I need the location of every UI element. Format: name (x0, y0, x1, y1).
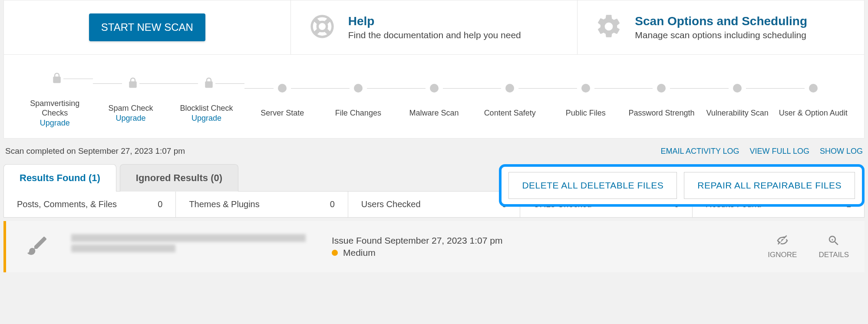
stat-cell: Users Checked0 (348, 192, 520, 217)
lock-icon (48, 70, 62, 87)
step-label: Spamvertising Checks (17, 99, 93, 118)
details-label: DETAILS (818, 251, 849, 259)
step-label: Vulnerability Scan (706, 109, 768, 118)
brush-icon (25, 234, 50, 260)
help-subtitle: Find the documentation and help you need (348, 30, 521, 40)
step-dot-icon (430, 84, 439, 93)
step-dot-icon (809, 84, 818, 93)
help-section[interactable]: Help Find the documentation and help you… (291, 0, 578, 54)
progress-step: Spam CheckUpgrade (93, 73, 169, 123)
step-label: Server State (261, 109, 304, 118)
step-dot-icon (733, 84, 742, 93)
progress-step: Vulnerability Scan (700, 77, 776, 118)
step-label: Public Files (566, 109, 606, 118)
stat-label: Themes & Plugins (189, 199, 259, 209)
lock-icon (200, 75, 214, 92)
delete-all-deletable-button[interactable]: DELETE ALL DELETABLE FILES (508, 172, 677, 199)
progress-step: Public Files (548, 77, 624, 118)
step-label: User & Option Audit (779, 109, 848, 118)
severity-label: Medium (343, 248, 376, 258)
ignore-label: IGNORE (768, 251, 797, 259)
step-dot-icon (354, 84, 363, 93)
step-label: Malware Scan (409, 109, 459, 118)
step-label: Spam Check (108, 104, 153, 113)
progress-step: Content Safety (472, 77, 548, 118)
step-dot-icon (505, 84, 514, 93)
upgrade-link[interactable]: Upgrade (40, 119, 70, 128)
lifebuoy-icon (308, 13, 336, 42)
progress-steps-panel: Spamvertising ChecksUpgradeSpam CheckUpg… (3, 55, 865, 139)
show-log-link[interactable]: SHOW LOG (820, 147, 863, 156)
step-dot-icon (657, 84, 666, 93)
repair-all-repairable-button[interactable]: REPAIR ALL REPAIRABLE FILES (684, 172, 855, 199)
stat-cell: Themes & Plugins0 (176, 192, 348, 217)
issue-row: Issue Found September 27, 2023 1:07 pm M… (3, 221, 865, 272)
options-title: Scan Options and Scheduling (635, 14, 807, 28)
stat-label: Users Checked (361, 199, 421, 209)
eye-off-icon (775, 234, 790, 247)
gear-icon (595, 13, 623, 42)
status-row: Scan completed on September 27, 2023 1:0… (3, 139, 865, 159)
progress-step: User & Option Audit (775, 77, 851, 118)
stat-label: Posts, Comments, & Files (17, 199, 117, 209)
step-label: Content Safety (484, 109, 536, 118)
severity-dot-icon (332, 250, 338, 256)
stat-cell: Posts, Comments, & Files0 (4, 192, 176, 217)
tab-results-found[interactable]: Results Found (1) (3, 164, 116, 192)
details-button[interactable]: DETAILS (818, 234, 849, 259)
progress-step: Spamvertising ChecksUpgrade (17, 68, 93, 128)
stat-value: 0 (158, 199, 162, 209)
ignore-button[interactable]: IGNORE (768, 234, 797, 259)
step-dot-icon (278, 84, 287, 93)
tab-ignored-results[interactable]: Ignored Results (0) (120, 164, 238, 192)
progress-step: Malware Scan (396, 77, 472, 118)
bulk-actions-highlight: DELETE ALL DELETABLE FILES REPAIR ALL RE… (499, 164, 865, 207)
start-new-scan-button[interactable]: START NEW SCAN (89, 13, 205, 41)
lock-icon (124, 75, 138, 92)
view-full-log-link[interactable]: VIEW FULL LOG (750, 147, 809, 156)
help-title: Help (348, 14, 521, 28)
email-activity-log-link[interactable]: EMAIL ACTIVITY LOG (661, 147, 739, 156)
issue-found-timestamp: Issue Found September 27, 2023 1:07 pm (332, 235, 768, 246)
progress-step: Password Strength (624, 77, 700, 118)
upgrade-link[interactable]: Upgrade (191, 114, 221, 123)
step-label: Password Strength (628, 109, 694, 118)
progress-step: File Changes (320, 77, 396, 118)
issue-title-redacted (71, 231, 314, 262)
step-label: File Changes (335, 109, 381, 118)
scan-options-section[interactable]: Scan Options and Scheduling Manage scan … (578, 0, 864, 54)
stat-value: 0 (330, 199, 335, 209)
top-panel: START NEW SCAN Help Find the documentati… (3, 0, 865, 55)
progress-step: Server State (244, 77, 320, 118)
upgrade-link[interactable]: Upgrade (116, 114, 145, 123)
step-dot-icon (581, 84, 590, 93)
progress-step: Blocklist CheckUpgrade (168, 73, 244, 123)
scan-completed-text: Scan completed on September 27, 2023 1:0… (5, 146, 185, 156)
options-subtitle: Manage scan options including scheduling (635, 30, 807, 40)
zoom-in-icon (826, 234, 842, 247)
start-scan-section: START NEW SCAN (4, 0, 291, 54)
step-label: Blocklist Check (180, 104, 233, 113)
